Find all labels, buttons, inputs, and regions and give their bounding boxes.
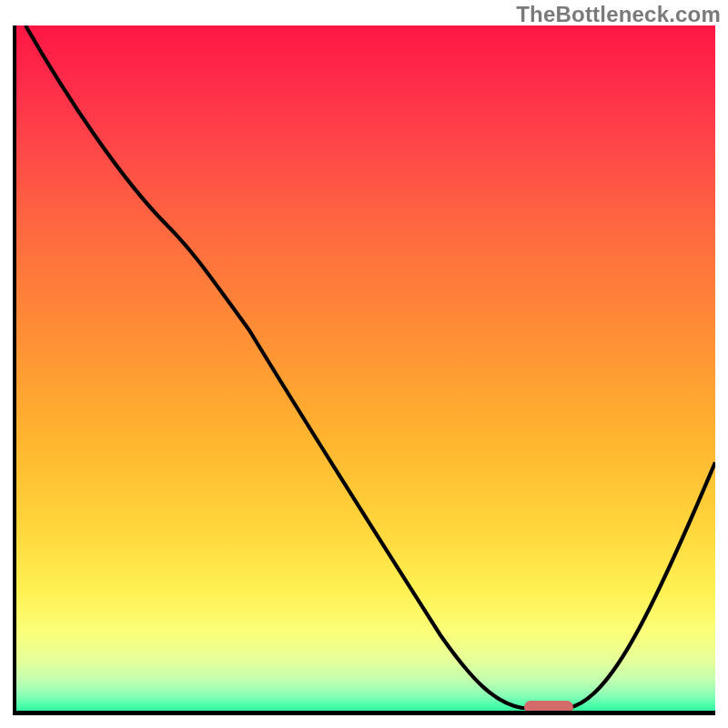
optimal-marker [524,701,573,713]
bottleneck-curve [13,25,715,715]
plot-area [13,25,715,715]
watermark-text: TheBottleneck.com [516,2,721,27]
chart-container: TheBottleneck.com [0,0,728,728]
